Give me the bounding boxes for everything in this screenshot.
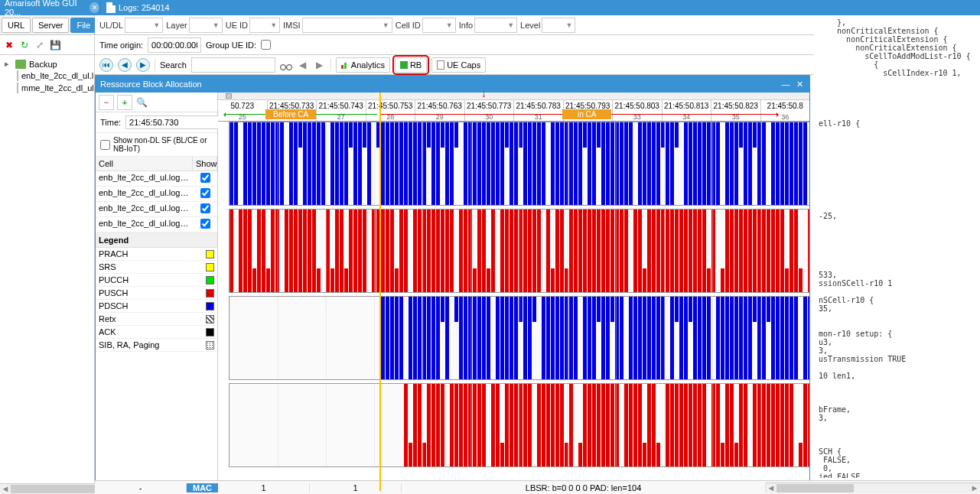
imsi-combo[interactable]: ▼ <box>302 18 392 33</box>
cell-name: enb_lte_2cc_dl_ul.log.zip/#1 DL <box>96 171 193 186</box>
search-next-icon[interactable]: ▶ <box>314 59 326 71</box>
search-prev-icon[interactable]: ◀ <box>297 59 309 71</box>
time-origin-label: Time origin: <box>99 41 143 50</box>
cellid-combo[interactable]: ▼ <box>422 18 456 33</box>
delete-icon[interactable]: ✖ <box>3 39 15 51</box>
legend-row: PUSCH <box>96 287 217 300</box>
group-ueid-checkbox[interactable] <box>261 40 271 50</box>
timeline-cell: 21:45:50.74327 <box>317 100 366 121</box>
app-title: Amarisoft Web GUI 20... <box>5 0 86 17</box>
scroll-left-icon[interactable]: ◄ <box>0 484 11 494</box>
nav-first-icon[interactable]: ⏮ <box>99 58 113 72</box>
close-icon[interactable]: ✕ <box>794 79 805 89</box>
status-col-1: 1 <box>218 483 310 492</box>
show-non-dl-label: Show non-DL SF (BL/CE or NB-IoT) <box>113 136 213 153</box>
show-column-header[interactable]: Show <box>193 157 217 171</box>
ueid-combo[interactable]: ▼ <box>249 18 280 33</box>
tab-server[interactable]: Server <box>32 18 69 33</box>
scroll-left-icon[interactable]: ◄ <box>766 483 777 493</box>
timeline-thumb[interactable] <box>226 93 232 99</box>
rb-icon <box>400 61 408 69</box>
info-combo[interactable]: ▼ <box>474 18 517 33</box>
status-mac-badge: MAC <box>187 483 218 492</box>
status-bar: - MAC 1 1 LBSR: b=0 0 0 0 PAD: len=104 ◄… <box>95 480 980 494</box>
tree-file-mme[interactable]: mme_lte_2cc_dl_ul... <box>3 82 91 94</box>
layer-label: Layer <box>166 21 187 30</box>
refresh-icon[interactable]: ↻ <box>18 39 31 51</box>
cell-show-checkbox[interactable] <box>193 171 217 186</box>
cell-show-checkbox[interactable] <box>193 187 217 201</box>
legend-swatch-icon <box>206 289 214 297</box>
cell-show-checkbox[interactable] <box>193 202 217 216</box>
rb-button[interactable]: RB <box>395 57 427 73</box>
scroll-right-icon[interactable]: ► <box>969 483 980 493</box>
uldl-label: UL/DL <box>99 21 123 30</box>
analytics-label: Analytics <box>351 60 385 70</box>
info-label: Info <box>459 21 473 30</box>
level-combo[interactable]: ▼ <box>542 18 575 33</box>
cell-row[interactable]: enb_lte_2cc_dl_ul.log.zip/#1 DL <box>96 171 217 187</box>
layer-combo[interactable]: ▼ <box>189 18 223 33</box>
legend-label: PUCCH <box>99 275 129 284</box>
annotation-arrow-icon: ↓ <box>481 87 487 99</box>
timeline-cell: 21:45:50.82335 <box>711 100 761 121</box>
logs-title: Logs: 254014 <box>119 3 170 12</box>
app-tab-close-icon[interactable]: ✕ <box>90 2 99 13</box>
cell-show-checkbox[interactable] <box>193 217 217 232</box>
before-ca-label: Before CA <box>265 109 316 119</box>
save-icon[interactable]: 💾 <box>49 39 61 51</box>
timeline-cell: 21:45:50.77330 <box>465 100 515 121</box>
expander-icon[interactable]: ▸ <box>5 59 12 69</box>
search-label: Search <box>160 60 187 70</box>
ca-boundary-line <box>379 93 381 491</box>
analytics-icon <box>341 61 349 69</box>
uldl-combo[interactable]: ▼ <box>125 18 163 33</box>
tab-file[interactable]: File <box>70 18 96 33</box>
tree-file-enb[interactable]: enb_lte_2cc_dl_ul.l... <box>3 70 91 82</box>
cell-name: enb_lte_2cc_dl_ul.log.zip/#1 UL <box>96 187 193 201</box>
legend-swatch-icon <box>206 341 214 349</box>
rb-track <box>229 383 809 467</box>
search-input[interactable] <box>191 57 275 73</box>
show-non-dl-checkbox[interactable] <box>100 140 110 150</box>
legend-row: SIB, RA, Paging <box>96 339 217 352</box>
timeline-cell: 21:45:50.80333 <box>613 100 663 121</box>
rb-track <box>229 296 809 380</box>
uecaps-icon <box>437 60 444 70</box>
rb-add-button[interactable]: + <box>117 95 132 110</box>
cell-name: enb_lte_2cc_dl_ul.log.zip/#2 DL <box>96 202 193 216</box>
timeline-cell: 21:45:50.836 <box>761 100 810 121</box>
minimize-icon[interactable]: — <box>780 79 791 89</box>
analytics-button[interactable]: Analytics <box>336 57 390 73</box>
rb-remove-button[interactable]: − <box>99 95 114 110</box>
tree-folder-backup[interactable]: ▸ Backup <box>3 58 91 70</box>
status-lbsr: LBSR: b=0 0 0 0 PAD: len=104 <box>402 483 766 492</box>
expand-icon[interactable]: ⤢ <box>34 39 46 51</box>
magnifier-icon[interactable]: 🔍 <box>135 96 148 109</box>
nav-prev-icon[interactable]: ◀ <box>118 58 132 72</box>
time-origin-input[interactable] <box>148 37 201 53</box>
timeline-cell: 21:45:50.75328 <box>366 100 416 121</box>
cell-row[interactable]: enb_lte_2cc_dl_ul.log.zip/#1 UL <box>96 187 217 202</box>
timeline-scrollbar[interactable] <box>218 93 809 100</box>
uecaps-button[interactable]: UE Caps <box>431 57 486 73</box>
group-ueid-label: Group UE ID: <box>206 41 256 50</box>
cell-column-header[interactable]: Cell <box>96 157 193 171</box>
timeline-cell: 21:45:50.81334 <box>663 100 712 121</box>
file-icon <box>17 83 18 93</box>
rb-track <box>229 209 809 293</box>
legend-swatch-icon <box>206 276 214 284</box>
log-code-panel: }, nonCriticalExtension { nonCriticalExt… <box>814 15 980 478</box>
timeline-header: Before CA in CA 50.7232521:45:50.7332621… <box>218 100 809 122</box>
level-label: Level <box>520 21 540 30</box>
legend-label: SIB, RA, Paging <box>99 340 160 349</box>
scrollbar-thumb[interactable] <box>777 484 854 492</box>
tab-url[interactable]: URL <box>2 18 31 33</box>
imsi-label: IMSI <box>283 21 301 30</box>
scrollbar-track[interactable] <box>777 483 969 493</box>
cell-row[interactable]: enb_lte_2cc_dl_ul.log.zip/#2 UL <box>96 217 217 232</box>
binoculars-icon[interactable] <box>280 60 292 70</box>
cell-row[interactable]: enb_lte_2cc_dl_ul.log.zip/#2 DL <box>96 202 217 217</box>
nav-next-icon[interactable]: ▶ <box>136 58 150 72</box>
tree-file-label: enb_lte_2cc_dl_ul.l... <box>21 71 94 80</box>
